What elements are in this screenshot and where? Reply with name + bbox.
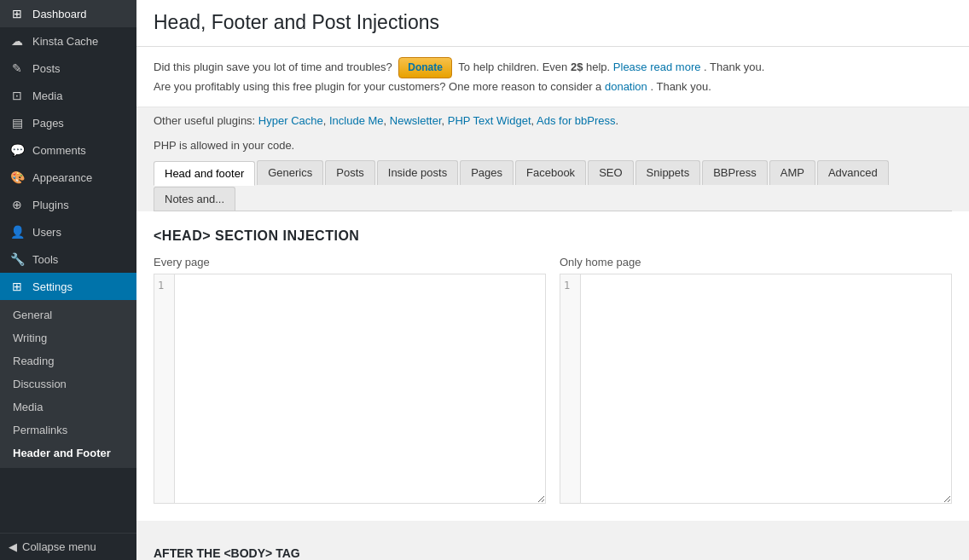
plugin-newsletter[interactable]: Newsletter [390, 114, 442, 127]
sidebar: ⊞ Dashboard ☁ Kinsta Cache ✎ Posts ⊡ Med… [0, 0, 136, 560]
tab-inside-posts[interactable]: Inside posts [377, 160, 458, 185]
notice-text-2: Are you profitably using this free plugi… [154, 80, 601, 93]
only-home-group: Only home page 1 [560, 256, 952, 504]
useful-plugins: Other useful plugins: Hyper Cache, Inclu… [136, 107, 969, 134]
sidebar-item-label: Kinsta Cache [32, 35, 98, 48]
every-page-textarea[interactable] [174, 274, 546, 504]
every-page-editor-wrapper: 1 [154, 274, 546, 504]
sidebar-item-kinsta-cache[interactable]: ☁ Kinsta Cache [0, 27, 136, 55]
every-page-group: Every page 1 [154, 256, 546, 504]
tab-bbpress[interactable]: BBPress [702, 160, 768, 185]
only-home-line-numbers: 1 [560, 274, 580, 504]
donate-button[interactable]: Donate [398, 57, 452, 78]
tab-notes[interactable]: Notes and... [154, 187, 235, 211]
users-icon: 👤 [9, 225, 26, 239]
plugin-ads-bbpress[interactable]: Ads for bbPress [537, 114, 616, 127]
plugin-hyper-cache[interactable]: Hyper Cache [258, 114, 323, 127]
plugin-include-me[interactable]: Include Me [329, 114, 384, 127]
only-home-editor-wrapper: 1 [560, 274, 952, 504]
notice-line-2: Are you profitably using this free plugi… [154, 78, 952, 96]
sidebar-item-label: Users [32, 226, 61, 239]
sidebar-item-label: Media [32, 89, 62, 102]
sidebar-item-label: Settings [32, 280, 73, 293]
media-icon: ⊡ [9, 89, 26, 102]
collapse-label: Collapse menu [22, 540, 96, 553]
every-page-label: Every page [154, 256, 546, 268]
after-body-title: AFTER THE <BODY> TAG [154, 546, 300, 560]
submenu-permalinks[interactable]: Permalinks [0, 419, 136, 442]
page-title: Head, Footer and Post Injections [154, 10, 952, 36]
only-home-label: Only home page [560, 256, 952, 268]
notice-text-2b: . Thank you. [650, 80, 711, 93]
donation-link[interactable]: donation [605, 80, 647, 93]
dashboard-icon: ⊞ [9, 7, 26, 20]
sidebar-item-pages[interactable]: ▤ Pages [0, 109, 136, 136]
pages-icon: ▤ [9, 116, 26, 130]
notice-text-1c: help. [586, 61, 610, 73]
only-home-textarea[interactable] [580, 274, 952, 504]
tab-snippets[interactable]: Snippets [635, 160, 701, 185]
tab-seo[interactable]: SEO [588, 160, 633, 185]
notice-line-1: Did this plugin save you lot of time and… [154, 57, 952, 78]
tab-facebook[interactable]: Facebook [515, 160, 586, 185]
notice-text-1b: To help children. Even [458, 61, 567, 73]
sidebar-item-label: Pages [32, 117, 64, 130]
every-page-line-numbers: 1 [154, 274, 174, 504]
tab-generics[interactable]: Generics [257, 160, 323, 185]
tab-advanced[interactable]: Advanced [817, 160, 889, 185]
tab-posts[interactable]: Posts [325, 160, 375, 185]
sidebar-item-dashboard[interactable]: ⊞ Dashboard [0, 0, 136, 27]
notice-text-1d: . Thank you. [704, 61, 764, 73]
sidebar-item-posts[interactable]: ✎ Posts [0, 55, 136, 82]
tools-icon: 🔧 [9, 252, 26, 266]
php-notice: PHP is allowed in your code. [136, 134, 969, 160]
plugin-php-text-widget[interactable]: PHP Text Widget [448, 114, 531, 127]
settings-icon: ⊞ [9, 280, 26, 293]
sidebar-item-label: Tools [32, 253, 58, 266]
useful-plugins-label: Other useful plugins: [154, 114, 255, 127]
after-body-section: AFTER THE <BODY> TAG [136, 538, 969, 560]
sidebar-item-settings[interactable]: ⊞ Settings [0, 273, 136, 300]
tab-head-footer[interactable]: Head and footer [154, 161, 255, 186]
submenu-writing[interactable]: Writing [0, 326, 136, 349]
sidebar-item-label: Posts [32, 62, 61, 75]
settings-submenu: General Writing Reading Discussion Media… [0, 300, 136, 468]
posts-icon: ✎ [9, 61, 26, 75]
sidebar-item-label: Comments [32, 144, 86, 157]
sidebar-item-plugins[interactable]: ⊕ Plugins [0, 191, 136, 218]
notice-bold: 2$ [571, 61, 583, 73]
php-notice-text: PHP is allowed in your code. [154, 139, 294, 152]
sidebar-item-tools[interactable]: 🔧 Tools [0, 245, 136, 273]
tab-amp[interactable]: AMP [769, 160, 815, 185]
notice-box: Did this plugin save you lot of time and… [136, 47, 969, 107]
code-editors-row: Every page 1 Only home page 1 [154, 256, 952, 504]
submenu-media[interactable]: Media [0, 395, 136, 419]
sidebar-item-label: Dashboard [32, 8, 87, 20]
content-area: <HEAD> SECTION INJECTION Every page 1 On… [136, 211, 969, 521]
page-title-bar: Head, Footer and Post Injections [136, 0, 969, 47]
appearance-icon: 🎨 [9, 170, 26, 184]
submenu-header-footer[interactable]: Header and Footer [0, 442, 136, 465]
submenu-discussion[interactable]: Discussion [0, 372, 136, 395]
tab-pages[interactable]: Pages [460, 160, 514, 185]
collapse-menu[interactable]: ◀ Collapse menu [0, 533, 136, 560]
head-section-heading: <HEAD> SECTION INJECTION [154, 228, 952, 244]
sidebar-item-label: Appearance [32, 171, 92, 184]
sidebar-item-label: Plugins [32, 199, 69, 211]
plugins-icon: ⊕ [9, 198, 26, 211]
sidebar-item-comments[interactable]: 💬 Comments [0, 136, 136, 164]
submenu-reading[interactable]: Reading [0, 349, 136, 372]
notice-text-1: Did this plugin save you lot of time and… [154, 61, 392, 73]
sidebar-item-users[interactable]: 👤 Users [0, 218, 136, 245]
tabs-bar: Head and footer Generics Posts Inside po… [154, 160, 952, 211]
comments-icon: 💬 [9, 143, 26, 157]
submenu-general[interactable]: General [0, 303, 136, 326]
sidebar-item-media[interactable]: ⊡ Media [0, 82, 136, 109]
sidebar-item-appearance[interactable]: 🎨 Appearance [0, 164, 136, 191]
collapse-icon: ◀ [9, 540, 17, 553]
tabs-container: Head and footer Generics Posts Inside po… [136, 160, 969, 211]
read-more-link[interactable]: Please read more [613, 61, 701, 73]
kinsta-icon: ☁ [9, 34, 26, 48]
main-content: Head, Footer and Post Injections Did thi… [136, 0, 969, 560]
